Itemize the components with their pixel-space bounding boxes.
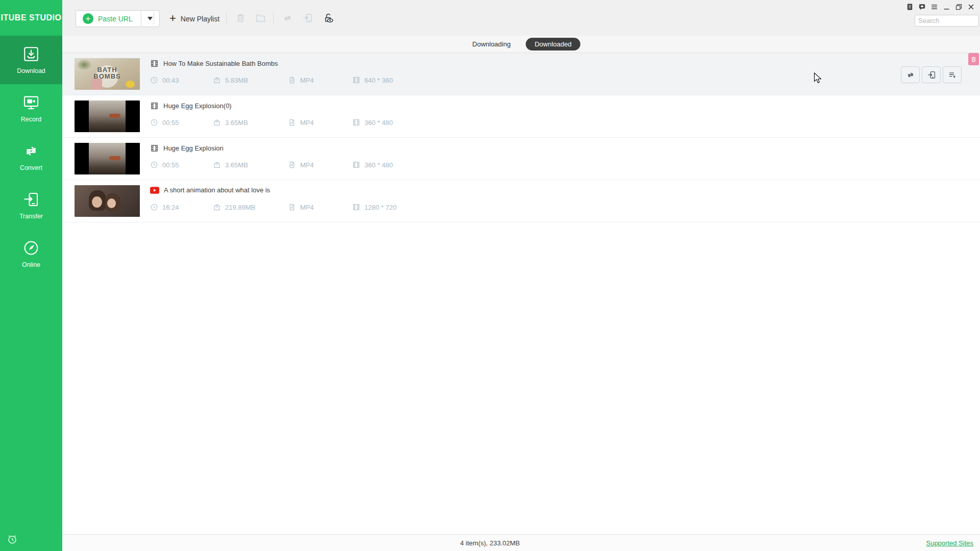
format-icon [288,203,296,211]
video-thumbnail[interactable]: BATH BOMBS [75,58,140,90]
sidebar-item-convert[interactable]: Convert [0,133,62,181]
file-size-icon [213,203,221,211]
delete-item-button[interactable] [968,53,979,65]
paste-url-split-button: + Paste URL [76,10,160,27]
list-item[interactable]: BATH BOMBS How To Make Sustainable Bath … [62,53,980,95]
list-item[interactable]: Huge Egg Explosion 00:55 3.65MB [62,138,980,180]
clock-icon [150,118,158,127]
sidebar-item-online[interactable]: Online [0,230,62,278]
film-icon [150,102,159,110]
video-title: How To Make Sustainable Bath Bombs [163,60,278,67]
transfer-icon [22,191,40,208]
convert-loop-icon [906,70,915,80]
tab-downloading[interactable]: Downloading [472,40,510,48]
delete-icon[interactable] [235,13,246,23]
video-size: 3.65MB [225,119,248,127]
paste-url-button[interactable]: + Paste URL [76,11,141,27]
alarm-clock-icon[interactable] [7,534,18,545]
item-info: How To Make Sustainable Bath Bombs 00:43… [150,53,878,95]
video-resolution: 1280 * 720 [364,204,397,211]
item-count-summary: 4 item(s), 233.02MB [460,539,520,547]
video-format: MP4 [300,119,314,127]
sidebar-item-label: Convert [20,164,42,171]
item-hover-actions [901,66,962,83]
film-icon [150,59,159,68]
video-duration: 00:43 [162,77,179,84]
sidebar-item-label: Record [21,116,41,123]
video-size: 5.83MB [225,77,248,84]
sidebar-item-download[interactable]: Download [0,36,62,84]
search-input[interactable] [915,15,979,27]
file-size-icon [213,118,221,127]
sidebar-item-transfer[interactable]: Transfer [0,181,62,230]
export-device-icon[interactable] [302,13,313,23]
format-icon [288,118,296,127]
file-size-icon [213,76,221,84]
new-playlist-button[interactable]: + New Playlist [169,10,219,27]
film-icon [150,144,159,153]
convert-button[interactable] [901,66,920,83]
video-title: A short animation about what love is [164,186,270,194]
menu-icon[interactable] [930,3,938,11]
paste-url-label: Paste URL [98,15,133,23]
sidebar-item-record[interactable]: Record [0,84,62,133]
new-playlist-label: New Playlist [181,15,219,23]
minimize-icon[interactable] [943,3,950,11]
video-format: MP4 [300,77,314,84]
itube-studio-window: ITUBE STUDIO Download Record [0,0,980,551]
list-item[interactable]: A short animation about what love is 16:… [62,180,980,222]
resolution-icon [352,161,360,169]
close-icon[interactable] [967,3,975,11]
toolbar: + Paste URL + New Playlist [62,0,980,36]
app-logo: ITUBE STUDIO [0,0,62,36]
video-title: Huge Egg Explosion(0) [163,102,232,110]
video-size: 3.65MB [225,161,248,169]
video-thumbnail[interactable] [75,185,140,217]
supported-sites-link[interactable]: Supported Sites [926,539,973,547]
format-icon [288,76,296,84]
thumbnail-decor [109,114,120,118]
thumbnail-decor [92,79,102,90]
add-to-playlist-icon [948,70,957,80]
video-thumbnail[interactable] [75,101,140,132]
convert-icon [22,142,40,160]
video-format: MP4 [300,204,314,211]
thumbnail-decor [109,156,120,160]
feedback-icon[interactable] [918,3,926,11]
resolution-icon [352,118,360,127]
toolbar-divider [226,12,227,24]
video-thumbnail[interactable] [75,143,140,174]
plus-icon: + [169,13,176,24]
thumbnail-decor [92,196,102,208]
main-area: + Paste URL + New Playlist [62,0,980,551]
tab-downloaded[interactable]: Downloaded [526,38,580,51]
plus-icon: + [83,13,93,24]
export-device-icon [927,70,936,80]
sidebar-nav: Download Record Convert [0,36,62,278]
restore-icon[interactable] [955,3,963,11]
video-title: Huge Egg Explosion [163,144,224,152]
convert-loop-icon[interactable] [282,13,293,23]
video-size: 219.89MB [225,204,255,211]
download-list: BATH BOMBS How To Make Sustainable Bath … [62,53,980,222]
folder-icon[interactable] [255,13,266,23]
transfer-button[interactable] [922,66,941,83]
clock-icon [150,161,158,169]
sidebar-item-label: Online [22,261,40,268]
item-info: Huge Egg Explosion(0) 00:55 3.65MB [150,95,878,137]
sidebar-item-label: Download [17,67,45,74]
private-mode-icon[interactable] [324,13,334,23]
paste-url-dropdown-button[interactable] [141,11,159,27]
item-info: A short animation about what love is 16:… [150,180,878,222]
youtube-icon [150,187,159,194]
video-duration: 00:55 [162,161,179,169]
add-to-playlist-button[interactable] [943,66,962,83]
record-icon [22,94,40,111]
license-icon[interactable] [906,3,914,11]
download-icon [22,45,40,63]
clock-icon [150,203,158,211]
format-icon [288,161,296,169]
thumbnail-decor [126,81,135,88]
video-duration: 16:24 [162,204,179,211]
list-item[interactable]: Huge Egg Explosion(0) 00:55 3.65MB [62,95,980,138]
